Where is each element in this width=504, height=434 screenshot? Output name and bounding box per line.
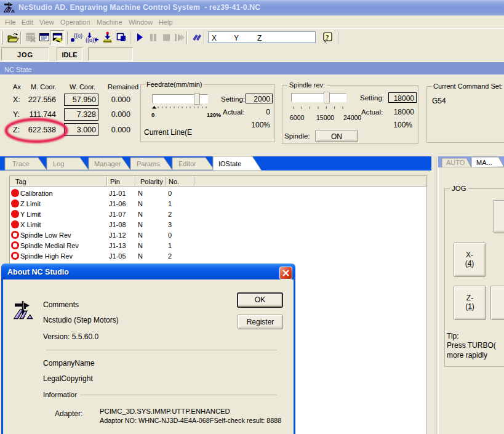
svg-text:Params: Params [137,160,160,167]
svg-text:MA...: MA... [476,159,492,166]
svg-text:Trace: Trace [12,160,30,167]
svg-text:AUTO: AUTO [446,159,465,166]
svg-text:IOState: IOState [218,160,241,167]
svg-text:((o)): ((o)) [86,37,96,43]
svg-text:((o)): ((o)) [74,33,82,39]
svg-text:Log: Log [53,160,64,167]
svg-text:Editor: Editor [178,160,196,167]
svg-text:Manager: Manager [94,160,121,167]
svg-text:?: ? [326,33,329,41]
